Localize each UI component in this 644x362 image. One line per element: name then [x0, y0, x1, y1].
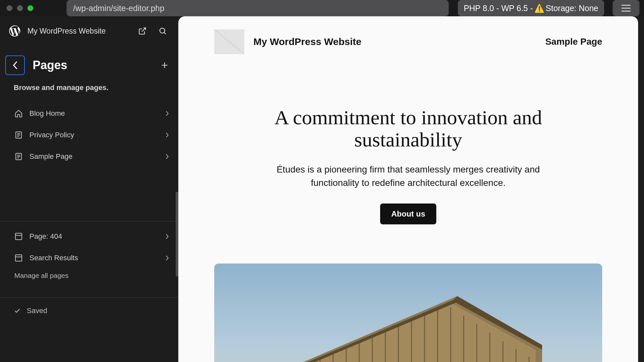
- manage-all-pages-link[interactable]: Manage all pages: [0, 267, 178, 284]
- preview-canvas: My WordPress Website Sample Page A commi…: [178, 16, 644, 362]
- search-icon: [158, 27, 167, 35]
- chevron-right-icon: [165, 132, 169, 138]
- sidebar-item-blog-home[interactable]: Blog Home: [8, 104, 175, 123]
- sidebar-item-label: Sample Page: [29, 152, 159, 161]
- sidebar-site-name[interactable]: My WordPress Website: [27, 27, 129, 36]
- sidebar-item-label: Search Results: [29, 254, 159, 262]
- preview-header: My WordPress Website Sample Page: [178, 16, 638, 64]
- pages-list: Blog Home Privacy Policy Sample Page: [0, 98, 178, 166]
- site-logo-placeholder[interactable]: [214, 29, 244, 54]
- site-preview-frame[interactable]: My WordPress Website Sample Page A commi…: [178, 16, 638, 362]
- wordpress-logo-icon[interactable]: [9, 25, 20, 37]
- hamburger-menu-button[interactable]: [613, 0, 639, 16]
- open-site-button[interactable]: [136, 24, 149, 38]
- save-status-label: Saved: [27, 307, 47, 315]
- chevron-left-icon: [12, 61, 18, 70]
- environment-status-pill[interactable]: PHP 8.0 - WP 6.5 - ⚠️ Storage: None: [458, 0, 604, 16]
- templates-list: Page: 404 Search Results: [0, 221, 178, 267]
- window-zoom-dot[interactable]: [27, 5, 33, 11]
- layout-icon: [14, 254, 23, 262]
- hero-body[interactable]: Études is a pioneering firm that seamles…: [274, 163, 542, 189]
- hero-image-building: [274, 293, 542, 362]
- sidebar-item-page-404[interactable]: Page: 404: [8, 227, 175, 246]
- sidebar-title-row: Pages: [0, 46, 178, 78]
- svg-point-0: [160, 28, 165, 33]
- chevron-right-icon: [165, 233, 169, 240]
- sidebar-item-label: Privacy Policy: [29, 131, 159, 139]
- url-field[interactable]: /wp-admin/site-editor.php: [67, 0, 449, 16]
- plus-icon: [160, 61, 169, 69]
- window-minimize-dot[interactable]: [17, 5, 23, 11]
- status-suffix: Storage: None: [546, 4, 598, 13]
- search-button[interactable]: [156, 24, 169, 38]
- svg-rect-3: [15, 233, 22, 240]
- chevron-right-icon: [165, 153, 169, 160]
- home-icon: [14, 109, 23, 118]
- preview-hero-image[interactable]: [214, 264, 602, 362]
- preview-hero: A commitment to innovation and sustainab…: [225, 64, 591, 244]
- external-link-icon: [138, 27, 147, 35]
- window-controls: [7, 5, 33, 11]
- sidebar-subtitle: Browse and manage pages.: [0, 78, 178, 98]
- window-close-dot[interactable]: [7, 5, 12, 11]
- chevron-right-icon: [165, 255, 169, 261]
- sidebar-header: My WordPress Website: [0, 16, 178, 46]
- sidebar-item-search-results[interactable]: Search Results: [8, 249, 175, 267]
- preview-site-title[interactable]: My WordPress Website: [253, 36, 536, 47]
- back-button[interactable]: [5, 55, 25, 75]
- add-page-button[interactable]: [158, 59, 171, 72]
- chevron-right-icon: [165, 110, 169, 117]
- save-status: Saved: [0, 297, 178, 324]
- editor-sidebar: My WordPress Website Pages Browse and ma…: [0, 16, 178, 362]
- check-icon: [14, 307, 21, 314]
- page-icon: [14, 152, 23, 161]
- status-prefix: PHP 8.0 - WP 6.5 -: [464, 4, 533, 13]
- svg-marker-6: [274, 303, 536, 362]
- url-text: /wp-admin/site-editor.php: [73, 4, 164, 13]
- page-icon: [14, 131, 23, 139]
- sidebar-title: Pages: [33, 58, 150, 72]
- hero-cta-button[interactable]: About us: [380, 204, 436, 224]
- sidebar-item-label: Blog Home: [29, 109, 159, 118]
- sidebar-scrollbar-thumb[interactable]: [176, 192, 178, 277]
- hero-heading[interactable]: A commitment to innovation and sustainab…: [238, 106, 578, 151]
- layout-icon: [14, 232, 23, 241]
- warning-icon: ⚠️: [534, 4, 544, 13]
- svg-rect-4: [15, 255, 22, 261]
- sidebar-item-label: Page: 404: [29, 232, 159, 241]
- sidebar-item-sample-page[interactable]: Sample Page: [8, 147, 175, 166]
- sidebar-item-privacy-policy[interactable]: Privacy Policy: [8, 126, 175, 144]
- hamburger-icon: [621, 5, 631, 12]
- preview-nav-link[interactable]: Sample Page: [545, 37, 602, 47]
- window-toolbar: /wp-admin/site-editor.php PHP 8.0 - WP 6…: [0, 0, 644, 16]
